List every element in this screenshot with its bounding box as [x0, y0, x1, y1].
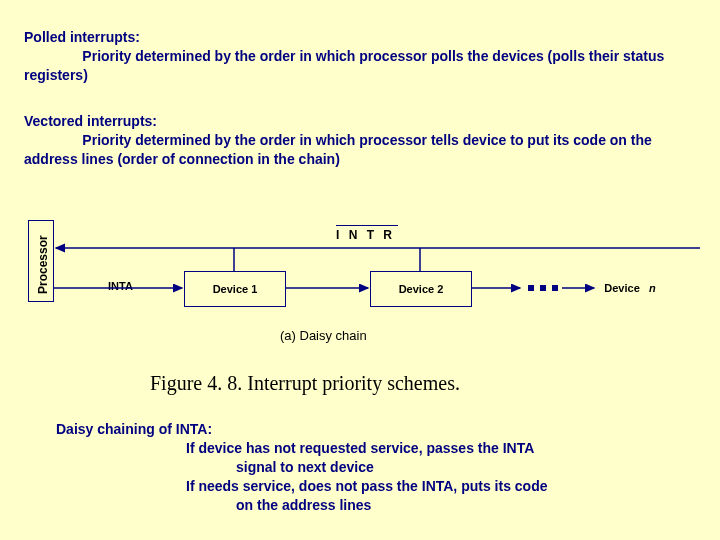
device-n-n: n	[649, 282, 656, 294]
inta-label: INTA	[108, 280, 133, 292]
processor-label: Processor	[36, 235, 50, 294]
diagram-caption: (a) Daisy chain	[280, 328, 367, 343]
svg-rect-8	[540, 285, 546, 291]
polled-title: Polled interrupts:	[24, 29, 140, 45]
intr-label: I N T R	[336, 228, 395, 242]
device-n-label: Device	[604, 282, 639, 294]
daisy-text: Daisy chaining of INTA: If device has no…	[56, 420, 676, 514]
device-1-box: Device 1	[184, 271, 286, 307]
svg-rect-9	[552, 285, 558, 291]
device-2-label: Device 2	[399, 283, 444, 295]
vectored-body: Priority determined by the order in whic…	[24, 132, 652, 167]
device-2-box: Device 2	[370, 271, 472, 307]
daisy-line2: signal to next device	[56, 458, 676, 477]
polled-body: Priority determined by the order in whic…	[24, 48, 664, 83]
daisy-line1: If device has not requested service, pas…	[56, 439, 676, 458]
svg-rect-7	[528, 285, 534, 291]
vectored-title: Vectored interrupts:	[24, 113, 157, 129]
intr-overline	[336, 225, 398, 226]
device-n-box: Device n	[590, 271, 670, 305]
vectored-interrupts-text: Vectored interrupts: Priority determined…	[24, 112, 684, 169]
daisy-line4: on the address lines	[56, 496, 676, 515]
figure-title: Figure 4. 8. Interrupt priority schemes.	[150, 372, 460, 395]
daisy-title: Daisy chaining of INTA:	[56, 421, 212, 437]
device-1-label: Device 1	[213, 283, 258, 295]
polled-interrupts-text: Polled interrupts: Priority determined b…	[24, 28, 684, 85]
daisy-line3: If needs service, does not pass the INTA…	[56, 477, 676, 496]
